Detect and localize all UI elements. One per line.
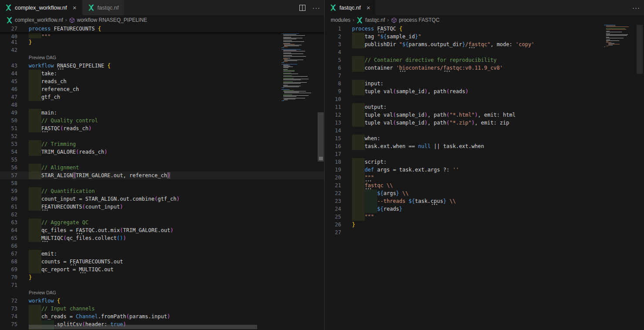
- code-line-24[interactable]: 24${reads}: [325, 205, 644, 213]
- code-line-25[interactable]: 25""": [325, 213, 644, 221]
- code-line-65[interactable]: 65MULTIQC(qc_files.collect()): [0, 234, 324, 242]
- code-line-53[interactable]: 53// Trimming: [0, 140, 324, 148]
- code-line-11[interactable]: 11output:: [325, 103, 644, 111]
- minimap[interactable]: [282, 25, 317, 102]
- code-line-47[interactable]: 47gtf_ch: [0, 93, 324, 101]
- code-line-26[interactable]: 26}: [325, 221, 644, 229]
- code-line-58[interactable]: 58: [0, 179, 324, 187]
- breadcrumb-item[interactable]: complex_workflow.nf: [6, 17, 63, 24]
- code-line-18[interactable]: 18script:: [325, 158, 644, 166]
- code-editor-right[interactable]: 1process FASTQC {2tag "${sample_id}"3pub…: [325, 25, 644, 330]
- code-line-56[interactable]: 56// Alignment: [0, 164, 324, 172]
- code-line-20[interactable]: 20""": [325, 174, 644, 182]
- code-line-5[interactable]: 5// Container directive for reproducibil…: [325, 56, 644, 64]
- code-editor-left[interactable]: 27process FEATURECOUNTS { 40"""41}42Prev…: [0, 25, 324, 330]
- split-editor-icon[interactable]: [298, 3, 307, 12]
- vertical-scrollbar[interactable]: [318, 112, 324, 162]
- code-line-60[interactable]: 60count_input = STAR_ALIGN.out.combine(g…: [0, 195, 324, 203]
- code-line-4[interactable]: 4: [325, 48, 644, 56]
- breadcrumb-chevron-icon: ›: [387, 17, 389, 23]
- code-line-16[interactable]: 16task.ext.when == null || task.ext.when: [325, 142, 644, 150]
- code-line-22[interactable]: 22${args} \\: [325, 189, 644, 197]
- line-text: def args = task.ext.args ?: '': [365, 166, 459, 174]
- code-line-52[interactable]: 52: [0, 132, 324, 140]
- breadcrumb-item[interactable]: modules: [331, 17, 350, 23]
- line-text: // Quantification: [41, 187, 95, 195]
- line-number: 53: [0, 140, 17, 148]
- code-line-72[interactable]: 72workflow {: [0, 297, 324, 305]
- code-line-19[interactable]: 19def args = task.ext.args ?: '': [325, 166, 644, 174]
- code-line-74[interactable]: 74ch_reads = Channel.fromPath(params.inp…: [0, 313, 324, 320]
- code-line-49[interactable]: 49main:: [0, 109, 324, 117]
- codelens-link[interactable]: Preview DAG: [0, 54, 324, 62]
- breadcrumb-item[interactable]: process FASTQC: [391, 17, 439, 23]
- breadcrumb: complex_workflow.nf› workflow RNASEQ_PIP…: [0, 15, 324, 25]
- code-line-67[interactable]: 67emit:: [0, 250, 324, 258]
- code-line-55[interactable]: 55: [0, 156, 324, 164]
- tab-fastqc.nf[interactable]: fastqc.nf×: [325, 0, 376, 15]
- code-line-10[interactable]: 10: [325, 95, 644, 103]
- code-line-23[interactable]: 23--threads ${task.cpus} \\: [325, 197, 644, 205]
- vertical-scrollbar[interactable]: [637, 25, 643, 74]
- code-line-7[interactable]: 7: [325, 72, 644, 80]
- code-line-17[interactable]: 17: [325, 150, 644, 158]
- close-icon[interactable]: ×: [366, 4, 370, 11]
- code-line-54[interactable]: 54TRIM_GALORE(reads_ch): [0, 148, 324, 156]
- breadcrumb-item[interactable]: fastqc.nf: [356, 17, 385, 24]
- indent-guide: [29, 172, 41, 179]
- code-line-12[interactable]: 12tuple val(sample_id), path("*.html"), …: [325, 111, 644, 119]
- horizontal-scrollbar[interactable]: [29, 325, 257, 329]
- code-line-43[interactable]: 43workflow RNASEQ_PIPELINE {: [0, 62, 324, 70]
- code-line-40[interactable]: 40""": [0, 33, 324, 38]
- sticky-scroll-line[interactable]: 27process FEATURECOUNTS {: [0, 25, 324, 33]
- code-line-48[interactable]: 48: [0, 101, 324, 109]
- line-number: 26: [325, 221, 341, 229]
- code-line-27[interactable]: 27: [325, 229, 644, 236]
- code-line-2[interactable]: 2tag "${sample_id}": [325, 33, 644, 40]
- code-line-3[interactable]: 3publishDir "${params.output_dir}/fastqc…: [325, 40, 644, 48]
- tab-complex_workflow.nf[interactable]: complex_workflow.nf×: [0, 0, 82, 15]
- code-line-45[interactable]: 45reads_ch: [0, 77, 324, 85]
- code-line-46[interactable]: 46reference_ch: [0, 85, 324, 93]
- more-actions-icon[interactable]: ···: [632, 3, 641, 12]
- close-icon[interactable]: ×: [73, 4, 77, 11]
- code-line-42[interactable]: 42: [0, 46, 324, 54]
- code-line-59[interactable]: 59// Quantification: [0, 187, 324, 195]
- code-line-69[interactable]: 69qc_report = MULTIQC.out: [0, 266, 324, 273]
- code-line-1[interactable]: 1process FASTQC {: [325, 25, 644, 33]
- code-line-62[interactable]: 62: [0, 211, 324, 219]
- line-text: reference_ch: [41, 85, 79, 93]
- breadcrumb-label: workflow RNASEQ_PIPELINE: [77, 17, 147, 23]
- more-actions-icon[interactable]: ···: [312, 3, 321, 12]
- code-line-57[interactable]: 57STAR_ALIGN(TRIM_GALORE.out, reference_…: [0, 172, 324, 179]
- code-line-21[interactable]: 21fastqc \\: [325, 182, 644, 189]
- line-text: container 'biocontainers/fastqc:v0.11.9_…: [365, 64, 503, 72]
- line-number: 27: [325, 229, 341, 236]
- codelens-link[interactable]: Preview DAG: [0, 289, 324, 297]
- code-line-71[interactable]: 71: [0, 281, 324, 289]
- breadcrumb-item[interactable]: workflow RNASEQ_PIPELINE: [69, 17, 147, 23]
- vscode-window: complex_workflow.nf× fastqc.nf ··· compl…: [0, 0, 644, 330]
- line-number: 18: [325, 158, 341, 166]
- code-line-73[interactable]: 73// Input channels: [0, 305, 324, 313]
- code-line-51[interactable]: 51FASTQC(reads_ch): [0, 125, 324, 132]
- code-line-70[interactable]: 70}: [0, 273, 324, 281]
- code-line-6[interactable]: 6container 'biocontainers/fastqc:v0.11.9…: [325, 64, 644, 72]
- code-line-66[interactable]: 66: [0, 242, 324, 250]
- code-line-68[interactable]: 68counts = FEATURECOUNTS.out: [0, 258, 324, 266]
- code-line-64[interactable]: 64qc_files = FASTQC.out.mix(TRIM_GALORE.…: [0, 226, 324, 234]
- code-line-8[interactable]: 8input:: [325, 80, 644, 88]
- code-line-14[interactable]: 14: [325, 127, 644, 135]
- minimap[interactable]: [604, 25, 632, 49]
- code-line-44[interactable]: 44take:: [0, 70, 324, 77]
- code-line-13[interactable]: 13tuple val(sample_id), path("*.zip"), e…: [325, 119, 644, 127]
- code-line-9[interactable]: 9tuple val(sample_id), path(reads): [325, 88, 644, 95]
- code-line-50[interactable]: 50// Quality control: [0, 117, 324, 125]
- indent-guide: [29, 85, 41, 93]
- code-line-63[interactable]: 63// Aggregate QC: [0, 219, 324, 226]
- code-line-61[interactable]: 61FEATURECOUNTS(count_input): [0, 203, 324, 211]
- code-line-15[interactable]: 15when:: [325, 135, 644, 142]
- tab-fastqc.nf[interactable]: fastqc.nf: [83, 0, 124, 15]
- indent-guide: [352, 158, 365, 166]
- code-line-41[interactable]: 41}: [0, 38, 324, 46]
